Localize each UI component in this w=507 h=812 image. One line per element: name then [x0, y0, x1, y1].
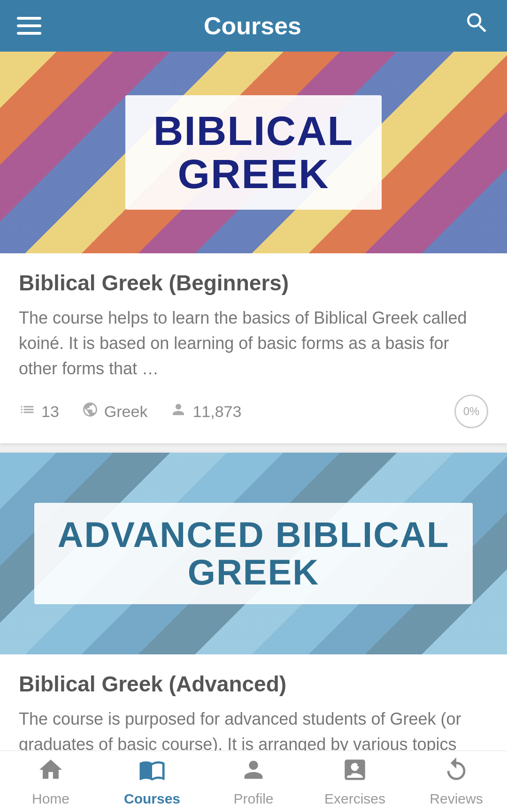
- course-card[interactable]: BIBLICALGREEK Biblical Greek (Beginners)…: [0, 52, 507, 443]
- menu-button[interactable]: [17, 17, 41, 35]
- home-icon: [37, 756, 64, 787]
- language-value: Greek: [104, 402, 148, 421]
- lesson-count: 13: [19, 401, 59, 422]
- course-title: Biblical Greek (Beginners): [19, 270, 488, 296]
- nav-item-home[interactable]: Home: [0, 751, 101, 812]
- search-button[interactable]: [464, 10, 490, 42]
- nav-item-exercises[interactable]: Exercises: [304, 751, 406, 812]
- course-description: The course helps to learn the basics of …: [19, 305, 488, 381]
- nav-label-profile: Profile: [233, 791, 273, 807]
- nav-label-courses: Courses: [124, 791, 180, 807]
- svg-rect-0: [357, 764, 362, 766]
- course-meta: 13 Greek 11,873: [19, 395, 488, 428]
- progress-value: 0%: [463, 405, 480, 418]
- reviews-icon: [443, 756, 470, 787]
- course-title: Biblical Greek (Advanced): [19, 671, 488, 697]
- app-header: Courses: [0, 0, 507, 52]
- students-value: 11,873: [192, 402, 241, 421]
- course-body: Biblical Greek (Beginners) The course he…: [0, 253, 507, 443]
- language-meta: Greek: [82, 401, 148, 422]
- nav-item-courses[interactable]: Courses: [101, 751, 203, 812]
- person-icon: [170, 401, 187, 422]
- exercises-icon: [341, 756, 369, 787]
- bottom-nav: Home Courses Profile Exercises: [0, 751, 507, 812]
- nav-item-profile[interactable]: Profile: [203, 751, 304, 812]
- course-image: ADVANCED BIBLICALGREEK: [0, 453, 507, 654]
- lessons-icon: [19, 401, 36, 422]
- course-image: BIBLICALGREEK: [0, 52, 507, 253]
- course-image-title: ADVANCED BIBLICALGREEK: [58, 516, 450, 591]
- svg-rect-1: [357, 769, 362, 771]
- svg-rect-2: [348, 773, 352, 775]
- progress-circle: 0%: [454, 395, 488, 428]
- globe-icon: [82, 401, 99, 422]
- nav-label-home: Home: [32, 791, 69, 807]
- lesson-count-value: 13: [41, 402, 59, 421]
- course-image-title: BIBLICALGREEK: [154, 109, 354, 196]
- nav-label-reviews: Reviews: [430, 791, 483, 807]
- courses-list: BIBLICALGREEK Biblical Greek (Beginners)…: [0, 52, 507, 812]
- profile-icon: [240, 756, 267, 787]
- nav-label-exercises: Exercises: [324, 791, 385, 807]
- nav-item-reviews[interactable]: Reviews: [406, 751, 507, 812]
- header-title: Courses: [204, 12, 301, 40]
- courses-icon: [138, 756, 166, 787]
- students-meta: 11,873: [170, 401, 241, 422]
